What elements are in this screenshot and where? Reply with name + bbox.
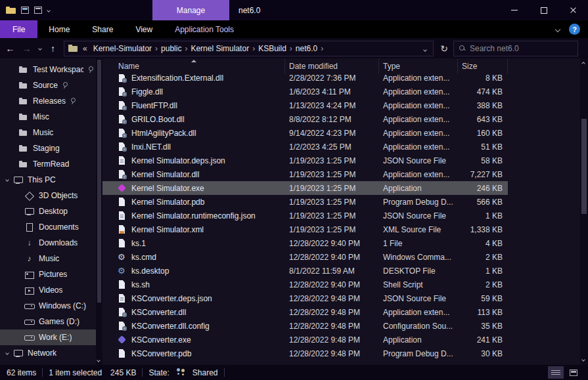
ribbon-tab[interactable]: Share [81, 20, 124, 38]
file-row[interactable]: ks.desktop 8/1/2022 11:59 AM DESKTOP Fil… [102, 264, 508, 278]
maximize-button[interactable] [529, 0, 558, 20]
minimize-button[interactable] [499, 0, 529, 20]
column-header-size[interactable]: Size [458, 58, 508, 74]
file-row[interactable]: HtmlAgilityPack.dll 9/14/2022 4:23 PM Ap… [102, 126, 508, 140]
file-row[interactable]: Kernel Simulator.deps.json 1/19/2023 1:2… [102, 154, 508, 167]
file-type: Shell Script [379, 280, 458, 289]
ribbon-tab[interactable]: File [0, 20, 37, 38]
sidebar-item[interactable]: Releases [0, 93, 96, 109]
details-view-button[interactable] [548, 366, 564, 379]
file-row[interactable]: Kernel Simulator.pdb 1/19/2023 1:25 PM P… [102, 195, 508, 209]
file-row[interactable]: Kernel Simulator.xml 1/19/2023 1:25 PM X… [102, 222, 508, 236]
file-date: 12/28/2022 9:48 PM [285, 335, 379, 345]
sidebar-item[interactable]: Music [0, 125, 96, 140]
breadcrumb-item[interactable]: KSBuild [255, 44, 290, 53]
column-header-type[interactable]: Type [379, 58, 458, 74]
sidebar-item[interactable]: Misc [0, 109, 96, 125]
sidebar-item[interactable]: Downloads [0, 235, 96, 251]
sidebar-item[interactable]: Games (D:) [0, 314, 96, 329]
file-size: 643 KB [458, 115, 508, 124]
file-row[interactable]: Inxi.NET.dll 1/2/2023 4:25 PM Applicatio… [102, 140, 508, 154]
breadcrumb-item[interactable]: public [158, 44, 185, 53]
search-box[interactable] [453, 41, 578, 56]
breadcrumb-item[interactable]: Kernel-Simulator [90, 44, 155, 53]
sidebar-item[interactable]: Windows (C:) [0, 298, 96, 314]
sidebar-item[interactable]: TermRead [0, 156, 96, 172]
manage-contextual-tab[interactable]: Manage [152, 0, 229, 20]
address-box[interactable]: « Kernel-Simulator › public › Kernel Sim… [64, 41, 434, 56]
file-row[interactable]: GRILO.Boot.dll 8/8/2022 8:12 PM Applicat… [102, 112, 508, 126]
sidebar-item-this-pc[interactable]: This PC [0, 172, 96, 188]
file-row[interactable]: Extensification.External.dll 2/28/2022 7… [102, 74, 508, 85]
expander-chevron-icon[interactable] [5, 178, 9, 182]
expander-chevron-icon[interactable] [5, 351, 9, 355]
ribbon-tab[interactable]: View [124, 20, 164, 38]
navigation-pane-scrollbar[interactable] [96, 58, 102, 365]
sidebar-item[interactable]: Source [0, 77, 96, 93]
sidebar-item[interactable]: Desktop [0, 203, 96, 219]
file-row[interactable]: KSConverter.pdb 12/28/2022 9:48 PM Progr… [102, 347, 508, 360]
status-bar: 62 items 1 item selected 245 KB State: S… [0, 365, 588, 380]
scrollbar-thumb[interactable] [581, 119, 587, 214]
recent-locations-chevron[interactable] [35, 40, 45, 56]
file-type: DESKTOP File [379, 266, 458, 276]
scrollbar-thumb[interactable] [97, 60, 101, 303]
file-row[interactable]: Kernel Simulator.exe 1/19/2023 1:25 PM A… [102, 181, 508, 195]
sidebar-item[interactable]: Test Workspac [0, 62, 96, 77]
column-header-label: Date modified [289, 62, 338, 71]
column-header-date-modified[interactable]: Date modified [285, 58, 379, 74]
help-button[interactable]: ? [569, 24, 580, 35]
file-name-cell: Figgle.dll [102, 87, 285, 96]
sidebar-item[interactable]: Documents [0, 219, 96, 235]
breadcrumb-item[interactable]: Kernel Simulator [187, 44, 252, 53]
scroll-down-arrow-icon[interactable] [97, 358, 101, 362]
file-row[interactable]: ks.1 12/28/2022 9:40 PM 1 File 4 KB [102, 236, 508, 250]
title-bar: Manage net6.0 [0, 0, 588, 20]
file-row[interactable]: KSConverter.deps.json 12/28/2022 9:48 PM… [102, 291, 508, 305]
sidebar-item-network[interactable]: Network [0, 345, 96, 361]
file-type-icon [117, 280, 127, 289]
ribbon-tab[interactable]: Home [37, 20, 81, 38]
file-row[interactable]: ks.cmd 12/28/2022 9:40 PM Windows Comma.… [102, 250, 508, 264]
file-size: 7,227 KB [458, 170, 508, 179]
file-name: Inxi.NET.dll [131, 142, 171, 152]
file-date: 12/28/2022 9:48 PM [285, 308, 379, 317]
address-dropdown-button[interactable] [421, 44, 429, 53]
column-header-name[interactable]: Name [102, 58, 285, 74]
file-name-cell: Kernel Simulator.exe [102, 183, 285, 193]
file-row[interactable]: Kernel Simulator.runtimeconfig.json 1/19… [102, 209, 508, 222]
qat-toolbar-icon[interactable] [34, 7, 42, 14]
file-name-cell: Kernel Simulator.deps.json [102, 156, 285, 165]
large-icons-view-icon [570, 369, 577, 376]
forward-button[interactable]: → [18, 40, 35, 56]
sidebar-item[interactable]: Music [0, 251, 96, 266]
refresh-button[interactable]: ↻ [436, 43, 452, 54]
file-list-scrollbar[interactable] [580, 58, 588, 365]
search-input[interactable] [470, 44, 572, 53]
qat-toolbar-icon[interactable] [21, 7, 29, 14]
scroll-down-arrow-icon[interactable] [581, 358, 585, 362]
expand-ribbon-chevron-icon[interactable] [555, 26, 560, 32]
sidebar-item[interactable]: Work (E:) [0, 329, 96, 345]
sidebar-item[interactable]: Videos [0, 282, 96, 298]
large-icons-view-button[interactable] [566, 366, 581, 379]
sidebar-item[interactable]: Pictures [0, 266, 96, 282]
sidebar-item[interactable]: 3D Objects [0, 188, 96, 203]
file-row[interactable]: FluentFTP.dll 1/13/2023 4:24 PM Applicat… [102, 98, 508, 112]
file-row[interactable]: ks.sh 12/28/2022 9:40 PM Shell Script 2 … [102, 278, 508, 291]
file-row[interactable]: KSConverter.dll.config 12/28/2022 9:48 P… [102, 319, 508, 333]
collapsed-path-indicator[interactable]: « [80, 44, 90, 53]
customize-toolbar-chevron-icon[interactable] [47, 9, 51, 12]
scroll-up-arrow-icon[interactable] [581, 62, 585, 66]
close-button[interactable] [558, 0, 588, 20]
sidebar-item[interactable]: Staging [0, 140, 96, 156]
file-row[interactable]: Kernel Simulator.dll 1/19/2023 1:25 PM A… [102, 167, 508, 181]
up-button[interactable]: ↑ [45, 40, 61, 56]
explorer-icon[interactable] [6, 7, 16, 14]
back-button[interactable]: ← [2, 40, 18, 56]
breadcrumb-item[interactable]: net6.0 [292, 44, 321, 53]
ribbon-tab[interactable]: Application Tools [164, 20, 245, 38]
file-row[interactable]: KSConverter.dll 12/28/2022 9:48 PM Appli… [102, 305, 508, 319]
file-row[interactable]: KSConverter.exe 12/28/2022 9:48 PM Appli… [102, 333, 508, 347]
file-row[interactable]: Figgle.dll 1/6/2023 4:11 PM Application … [102, 85, 508, 98]
